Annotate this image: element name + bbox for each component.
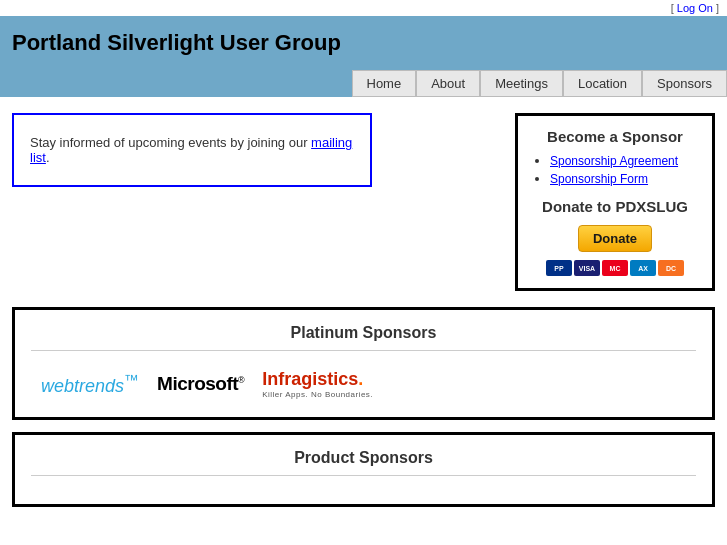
mailing-box: Stay informed of upcoming events by join… — [12, 113, 372, 187]
product-section: Product Sponsors — [12, 432, 715, 507]
platinum-title: Platinum Sponsors — [31, 324, 696, 342]
product-title: Product Sponsors — [31, 449, 696, 467]
nav-home[interactable]: Home — [352, 70, 417, 97]
visa-icon: VISA — [574, 260, 600, 276]
site-title: Portland Silverlight User Group — [12, 30, 715, 56]
amex-icon: AX — [630, 260, 656, 276]
right-sidebar: Become a Sponsor Sponsorship Agreement S… — [515, 113, 715, 291]
nav-about[interactable]: About — [416, 70, 480, 97]
paypal-cards: PP VISA MC AX DC — [530, 260, 700, 276]
webtrends-logo: webtrends™ — [41, 371, 139, 397]
sponsor-box: Become a Sponsor Sponsorship Agreement S… — [515, 113, 715, 291]
nav-sponsors[interactable]: Sponsors — [642, 70, 727, 97]
become-sponsor-title: Become a Sponsor — [530, 128, 700, 145]
mailing-text-after: . — [46, 150, 50, 165]
list-item: Sponsorship Agreement — [550, 153, 700, 168]
sponsor-logos: webtrends™ Microsoft® Infragistics. Kill… — [31, 365, 696, 403]
left-content: Stay informed of upcoming events by join… — [12, 113, 499, 187]
nav-location[interactable]: Location — [563, 70, 642, 97]
donate-btn-area: Donate PP VISA MC AX DC — [530, 225, 700, 276]
main-content: Stay informed of upcoming events by join… — [0, 97, 727, 307]
mailing-text-before: Stay informed of upcoming events by join… — [30, 135, 311, 150]
donate-button[interactable]: Donate — [578, 225, 652, 252]
sponsorship-agreement-link[interactable]: Sponsorship Agreement — [550, 154, 678, 168]
sponsor-links-list: Sponsorship Agreement Sponsorship Form — [530, 153, 700, 186]
site-header: Portland Silverlight User Group — [0, 16, 727, 66]
nav-meetings[interactable]: Meetings — [480, 70, 563, 97]
sponsorship-form-link[interactable]: Sponsorship Form — [550, 172, 648, 186]
platinum-divider — [31, 350, 696, 351]
list-item: Sponsorship Form — [550, 171, 700, 186]
discover-icon: DC — [658, 260, 684, 276]
donate-title: Donate to PDXSLUG — [530, 198, 700, 215]
mastercard-icon: MC — [602, 260, 628, 276]
microsoft-logo: Microsoft® — [157, 373, 244, 395]
infragistics-logo: Infragistics. Killer Apps. No Boundaries… — [262, 369, 373, 399]
infragistics-subtext: Killer Apps. No Boundaries. — [262, 390, 373, 399]
infragistics-text: Infragistics. — [262, 369, 373, 390]
login-link[interactable]: Log On — [677, 2, 713, 14]
platinum-section: Platinum Sponsors webtrends™ Microsoft® … — [12, 307, 715, 420]
product-divider — [31, 475, 696, 476]
top-bar: [ Log On ] — [0, 0, 727, 16]
main-nav: Home About Meetings Location Sponsors — [0, 66, 727, 97]
paypal-icon: PP — [546, 260, 572, 276]
